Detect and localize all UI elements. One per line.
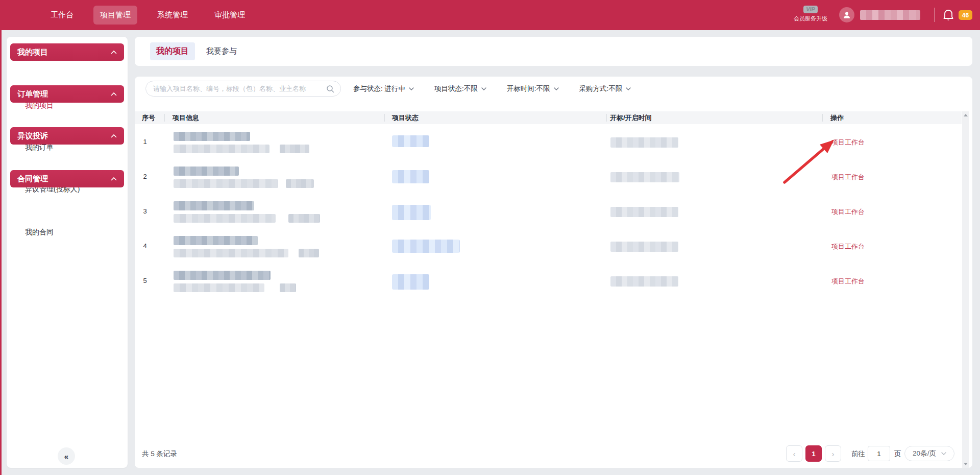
username-redacted[interactable]	[860, 10, 920, 20]
filter-label: 项目状态:不限	[434, 84, 478, 93]
search-input[interactable]	[153, 85, 326, 92]
column-header-status: 项目状态	[392, 113, 419, 123]
left-edge-accent	[0, 0, 2, 475]
nav-item-approval-management[interactable]: 审批管理	[208, 6, 252, 25]
sidebar-section-contract-management[interactable]: 合同管理	[10, 170, 124, 187]
double-chevron-left-icon: «	[64, 452, 68, 461]
vip-upgrade[interactable]: VIP 会员服务升级	[790, 4, 831, 22]
nav-item-system-management[interactable]: 系统管理	[151, 6, 194, 25]
filter-procurement-method[interactable]: 采购方式:不限	[579, 84, 631, 93]
goto-label: 前往	[851, 449, 865, 459]
filter-bid-opening-time[interactable]: 开标时间:不限	[507, 84, 559, 93]
filter-participation-status[interactable]: 参与状态: 进行中	[353, 84, 414, 93]
project-workbench-link[interactable]: 项目工作台	[831, 207, 865, 217]
page-size-value: 20条/页	[913, 449, 936, 458]
open-time-redacted	[610, 172, 679, 182]
filter-label: 开标时间:不限	[507, 84, 550, 93]
column-header-info: 项目信息	[173, 113, 199, 123]
scroll-up-icon[interactable]	[964, 114, 968, 116]
nav-item-project-management[interactable]: 项目管理	[93, 6, 137, 25]
vip-caption: 会员服务升级	[790, 15, 831, 22]
prev-page-button[interactable]: ‹	[786, 445, 802, 462]
filter-label: 参与状态: 进行中	[353, 84, 405, 93]
table-row: 4 项目工作台	[135, 229, 962, 264]
person-icon	[842, 10, 851, 19]
project-detail-redacted	[174, 283, 264, 292]
tab-my-projects[interactable]: 我的项目	[150, 42, 195, 60]
status-badge-redacted	[392, 135, 429, 147]
notification-count-badge[interactable]: 46	[959, 10, 972, 20]
chevron-up-icon	[111, 50, 117, 54]
nav-menu: 工作台 项目管理 系统管理 审批管理	[0, 6, 252, 25]
scroll-down-icon[interactable]	[964, 463, 968, 465]
project-detail2-redacted	[286, 179, 314, 188]
top-nav: 工作台 项目管理 系统管理 审批管理 VIP 会员服务升级 46	[0, 0, 980, 30]
column-divider	[606, 114, 607, 122]
tab-want-to-participate[interactable]: 我要参与	[206, 46, 237, 56]
open-time-redacted	[610, 207, 678, 217]
chevron-down-icon	[481, 87, 486, 90]
project-detail-redacted	[174, 145, 270, 153]
project-detail2-redacted	[299, 249, 319, 257]
sidebar-item-my-contracts[interactable]: 我的合同	[25, 228, 54, 237]
project-detail-redacted	[174, 179, 278, 188]
row-index: 5	[137, 277, 153, 284]
nav-item-workbench[interactable]: 工作台	[44, 6, 80, 25]
project-detail2-redacted	[280, 283, 296, 292]
project-workbench-link[interactable]: 项目工作台	[831, 173, 865, 182]
user-avatar[interactable]	[839, 7, 854, 22]
column-divider	[384, 114, 385, 122]
filter-label: 采购方式:不限	[579, 84, 623, 93]
page-size-select[interactable]: 20条/页	[904, 446, 954, 461]
chevron-up-icon	[111, 134, 117, 138]
search-icon[interactable]	[326, 85, 334, 93]
row-index: 3	[137, 207, 153, 215]
project-detail-redacted	[174, 214, 276, 223]
table-row: 2 项目工作台	[135, 160, 962, 195]
total-records-text: 共 5 条记录	[142, 449, 177, 459]
goto-page-input[interactable]	[868, 446, 890, 461]
column-divider	[822, 114, 823, 122]
project-title-redacted	[174, 201, 254, 210]
table-row: 5 项目工作台	[135, 264, 962, 299]
sidebar-section-order-management[interactable]: 订单管理	[10, 85, 124, 103]
project-title-redacted	[174, 167, 239, 176]
search-box	[145, 81, 341, 97]
project-workbench-link[interactable]: 项目工作台	[831, 277, 865, 286]
section-title: 异议投诉	[17, 131, 48, 141]
column-header-time: 开标/开启时间	[610, 113, 652, 123]
content-panel: 参与状态: 进行中 项目状态:不限 开标时间:不限 采购方式:不限 序号 项目信…	[135, 77, 972, 468]
page-1-button[interactable]: 1	[805, 445, 822, 462]
table-row: 3 项目工作台	[135, 195, 962, 229]
chevron-down-icon	[941, 452, 946, 455]
chevron-down-icon	[554, 87, 559, 90]
section-title: 合同管理	[17, 174, 48, 184]
notification-bell-icon[interactable]	[942, 9, 954, 22]
page-unit-label: 页	[894, 449, 901, 459]
table-header: 序号 项目信息 项目状态 开标/开启时间 操作	[135, 111, 962, 124]
project-workbench-link[interactable]: 项目工作台	[831, 242, 865, 251]
chevron-down-icon	[409, 87, 414, 90]
section-title: 订单管理	[17, 89, 48, 99]
sidebar-collapse-button[interactable]: «	[58, 447, 75, 465]
vip-icon: VIP	[803, 6, 818, 13]
next-page-button[interactable]: ›	[825, 445, 841, 462]
project-detail2-redacted	[288, 214, 320, 223]
sidebar-section-my-projects[interactable]: 我的项目	[10, 43, 124, 61]
table-scrollbar[interactable]	[962, 111, 969, 468]
table-row: 1 项目工作台	[135, 125, 962, 160]
filter-project-status[interactable]: 项目状态:不限	[434, 84, 486, 93]
column-divider	[164, 114, 165, 122]
section-title: 我的项目	[17, 48, 48, 57]
open-time-redacted	[610, 242, 678, 252]
row-index: 4	[137, 242, 153, 250]
row-index: 2	[137, 173, 153, 180]
project-title-redacted	[174, 132, 250, 141]
sidebar-section-objection-complaint[interactable]: 异议投诉	[10, 127, 124, 145]
nav-divider	[934, 8, 935, 22]
project-detail-redacted	[174, 249, 288, 257]
tabs-panel: 我的项目 我要参与	[135, 37, 972, 66]
filter-bar: 参与状态: 进行中 项目状态:不限 开标时间:不限 采购方式:不限	[353, 84, 631, 93]
project-workbench-link[interactable]: 项目工作台	[831, 138, 865, 147]
project-title-redacted	[174, 271, 271, 280]
